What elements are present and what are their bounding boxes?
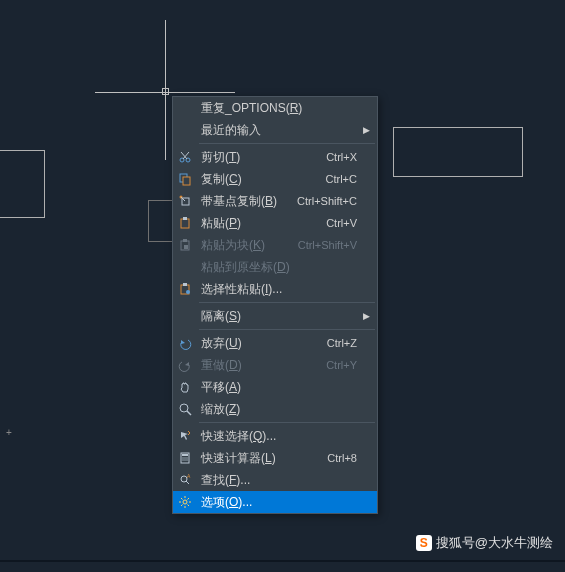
svg-point-21	[182, 457, 183, 458]
menu-item-qcalc[interactable]: 快速计算器(L)Ctrl+8	[173, 447, 377, 469]
redo-icon	[173, 354, 197, 376]
sohu-logo-icon: S	[416, 535, 432, 551]
qselect-icon	[173, 425, 197, 447]
svg-rect-12	[183, 239, 187, 242]
svg-rect-10	[183, 217, 187, 220]
svg-line-38	[188, 498, 190, 500]
bottom-divider	[0, 560, 565, 562]
svg-rect-15	[183, 283, 187, 286]
svg-point-30	[183, 500, 187, 504]
menu-item-label: 放弃(U)	[197, 335, 327, 352]
menu-item-label: 重做(D)	[197, 357, 326, 374]
menu-item-label: 复制(C)	[197, 171, 326, 188]
watermark: S 搜狐号@大水牛测绘	[416, 534, 553, 552]
menu-item-isolate[interactable]: 隔离(S)▶	[173, 305, 377, 327]
menu-item-label: 选项(O)...	[197, 494, 357, 511]
find-icon: A	[173, 469, 197, 491]
menu-item-label: 带基点复制(B)	[197, 193, 297, 210]
blank-icon	[173, 97, 197, 119]
menu-item-paste-block: 粘贴为块(K)Ctrl+Shift+V	[173, 234, 377, 256]
blank-icon	[173, 305, 197, 327]
copy-icon	[173, 168, 197, 190]
svg-line-35	[181, 498, 183, 500]
watermark-text: 搜狐号@大水牛测绘	[436, 534, 553, 552]
svg-rect-13	[184, 245, 188, 249]
menu-item-shortcut: Ctrl+Shift+C	[297, 195, 361, 207]
svg-point-22	[184, 457, 185, 458]
menu-item-label: 粘贴(P)	[197, 215, 326, 232]
calc-icon	[173, 447, 197, 469]
menu-item-pan[interactable]: 平移(A)	[173, 376, 377, 398]
menu-item-shortcut: Ctrl+8	[327, 452, 361, 464]
svg-line-36	[188, 505, 190, 507]
menu-item-zoom[interactable]: 缩放(Z)	[173, 398, 377, 420]
svg-rect-5	[183, 177, 190, 185]
menu-item-shortcut: Ctrl+Y	[326, 359, 361, 371]
menu-item-copy[interactable]: 复制(C)Ctrl+C	[173, 168, 377, 190]
paste-special-icon	[173, 278, 197, 300]
svg-point-17	[180, 404, 188, 412]
submenu-arrow-icon: ▶	[361, 125, 371, 135]
menu-separator	[199, 302, 375, 303]
crosshair-pickbox	[162, 88, 169, 95]
menu-item-label: 剪切(T)	[197, 149, 326, 166]
svg-rect-9	[181, 219, 189, 228]
gear-icon	[173, 491, 197, 513]
svg-point-26	[186, 459, 187, 460]
menu-item-label: 重复_OPTIONS(R)	[197, 100, 357, 117]
menu-item-cut[interactable]: 剪切(T)Ctrl+X	[173, 146, 377, 168]
menu-item-find[interactable]: A查找(F)...	[173, 469, 377, 491]
svg-point-25	[184, 459, 185, 460]
copy-base-icon	[173, 190, 197, 212]
pan-icon	[173, 376, 197, 398]
menu-item-label: 最近的输入	[197, 122, 357, 139]
menu-item-label: 选择性粘贴(I)...	[197, 281, 357, 298]
menu-separator	[199, 422, 375, 423]
menu-item-qselect[interactable]: 快速选择(Q)...	[173, 425, 377, 447]
zoom-icon	[173, 398, 197, 420]
canvas-rect-right	[393, 127, 523, 177]
menu-item-shortcut: Ctrl+X	[326, 151, 361, 163]
svg-point-23	[186, 457, 187, 458]
svg-point-16	[186, 290, 190, 294]
svg-line-37	[181, 505, 183, 507]
menu-item-paste-special[interactable]: 选择性粘贴(I)...	[173, 278, 377, 300]
paste-block-icon	[173, 234, 197, 256]
blank-icon	[173, 119, 197, 141]
submenu-arrow-icon: ▶	[361, 311, 371, 321]
undo-icon	[173, 332, 197, 354]
menu-separator	[199, 143, 375, 144]
menu-item-label: 缩放(Z)	[197, 401, 357, 418]
svg-line-18	[187, 411, 191, 415]
menu-item-paste-orig: 粘贴到原坐标(D)	[173, 256, 377, 278]
canvas-rect-left	[0, 150, 45, 218]
svg-text:A: A	[187, 473, 191, 479]
menu-item-recent-input[interactable]: 最近的输入▶	[173, 119, 377, 141]
menu-item-label: 粘贴到原坐标(D)	[197, 259, 357, 276]
svg-rect-20	[182, 454, 188, 456]
paste-icon	[173, 212, 197, 234]
menu-item-label: 快速选择(Q)...	[197, 428, 357, 445]
menu-item-options[interactable]: 选项(O)...	[173, 491, 377, 513]
svg-line-28	[186, 481, 189, 484]
menu-item-label: 快速计算器(L)	[197, 450, 327, 467]
menu-item-shortcut: Ctrl+Shift+V	[298, 239, 361, 251]
menu-item-label: 粘贴为块(K)	[197, 237, 298, 254]
menu-item-copy-base[interactable]: 带基点复制(B)Ctrl+Shift+C	[173, 190, 377, 212]
menu-item-shortcut: Ctrl+C	[326, 173, 361, 185]
menu-item-paste[interactable]: 粘贴(P)Ctrl+V	[173, 212, 377, 234]
scissors-icon	[173, 146, 197, 168]
menu-item-label: 隔离(S)	[197, 308, 357, 325]
menu-item-label: 平移(A)	[197, 379, 357, 396]
menu-item-shortcut: Ctrl+V	[326, 217, 361, 229]
menu-item-repeat-options[interactable]: 重复_OPTIONS(R)	[173, 97, 377, 119]
blank-icon	[173, 256, 197, 278]
menu-item-shortcut: Ctrl+Z	[327, 337, 361, 349]
context-menu: 重复_OPTIONS(R)最近的输入▶剪切(T)Ctrl+X复制(C)Ctrl+…	[172, 96, 378, 514]
menu-item-redo: 重做(D)Ctrl+Y	[173, 354, 377, 376]
menu-item-undo[interactable]: 放弃(U)Ctrl+Z	[173, 332, 377, 354]
svg-point-24	[182, 459, 183, 460]
menu-item-label: 查找(F)...	[197, 472, 357, 489]
ruler-mark: +	[3, 423, 15, 441]
menu-separator	[199, 329, 375, 330]
